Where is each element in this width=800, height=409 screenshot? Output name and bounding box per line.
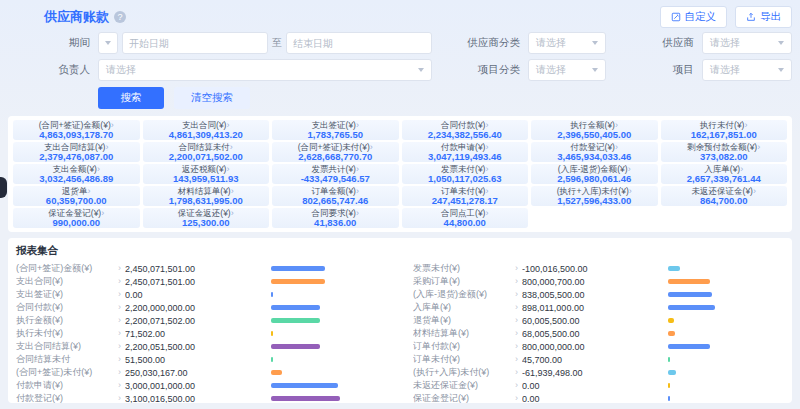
start-date-input[interactable] xyxy=(122,32,268,54)
summary-row-value: 2,200,071,502.00 xyxy=(125,316,243,326)
summary-bar xyxy=(271,370,375,375)
summary-row[interactable]: 订单未付(¥) 45,700.00 xyxy=(413,353,784,366)
customize-label: 自定义 xyxy=(685,10,717,24)
summary-row-label: 付款登记(¥) xyxy=(16,392,118,403)
metric-value: 864,700.00 xyxy=(661,196,788,206)
summary-row[interactable]: 合同结算未付 51,500.00 xyxy=(16,353,387,366)
clear-search-button[interactable]: 清空搜索 xyxy=(174,87,250,109)
summary-bar xyxy=(668,292,772,297)
chevron-right-icon xyxy=(231,208,234,218)
metric-card[interactable]: 合同点工(¥) 44,800.00 xyxy=(402,208,529,228)
metric-card[interactable]: 入库单(¥) 2,657,339,761.44 xyxy=(661,164,788,184)
summary-row-label: 入库单(¥) xyxy=(413,301,515,314)
metric-card[interactable]: (合同+签证)金额(¥) 4,863,093,178.70 xyxy=(13,120,140,140)
summary-row-value: 68,005,500.00 xyxy=(522,329,640,339)
search-button[interactable]: 搜索 xyxy=(98,87,164,109)
metric-card[interactable]: 保证金返还(¥) 125,300.00 xyxy=(143,208,270,228)
metric-card[interactable]: (执行+入库)未付(¥) 1,527,596,433.00 xyxy=(531,186,658,206)
summary-bar xyxy=(668,396,772,401)
summary-row-label: 未返还保证金(¥) xyxy=(413,379,515,392)
summary-row-label: (执行+入库)未付(¥) xyxy=(413,366,515,379)
metric-card[interactable]: (合同+签证)未付(¥) 2,628,668,770.70 xyxy=(272,142,399,162)
metric-card[interactable]: 剩余预付款金额(¥) 373,082.00 xyxy=(661,142,788,162)
summary-row[interactable]: 保证金登记(¥) 0.00 xyxy=(413,392,784,403)
project-select[interactable]: 请选择 xyxy=(702,59,792,81)
chevron-right-icon xyxy=(515,355,518,364)
metric-card[interactable]: 发票未付(¥) 1,050,117,025.63 xyxy=(402,164,529,184)
summary-row[interactable]: 材料结算单(¥) 68,005,500.00 xyxy=(413,327,784,340)
summary-bar xyxy=(271,383,375,388)
help-icon[interactable]: ? xyxy=(114,11,126,23)
summary-row[interactable]: 入库单(¥) 898,011,000.00 xyxy=(413,301,784,314)
summary-row[interactable]: 订单付款(¥) 800,000,000.00 xyxy=(413,340,784,353)
filter-supplier-category: 供应商分类 请选择 xyxy=(458,32,606,54)
metric-value: 2,200,071,502.00 xyxy=(143,152,270,162)
summary-row-value: 800,000,000.00 xyxy=(522,342,640,352)
metric-card[interactable]: 订单金额(¥) 802,665,747.46 xyxy=(272,186,399,206)
metric-card[interactable]: 执行金额(¥) 2,396,550,405.00 xyxy=(531,120,658,140)
metric-card[interactable]: 返还税额(¥) 143,959,511.93 xyxy=(143,164,270,184)
summary-row-value: 0.00 xyxy=(125,290,243,300)
chevron-right-icon xyxy=(118,303,121,312)
supplier-category-select[interactable]: 请选择 xyxy=(528,32,606,54)
project-category-select[interactable]: 请选择 xyxy=(528,59,606,81)
summary-row[interactable]: 付款登记(¥) 3,100,016,500.00 xyxy=(16,392,387,403)
metric-card[interactable]: 材料结算单(¥) 1,798,631,995.00 xyxy=(143,186,270,206)
summary-bar xyxy=(668,266,772,271)
summary-row[interactable]: 付款申请(¥) 3,000,001,000.00 xyxy=(16,379,387,392)
metric-card[interactable]: 未返还保证金(¥) 864,700.00 xyxy=(661,186,788,206)
summary-row[interactable]: 未返还保证金(¥) 0.00 xyxy=(413,379,784,392)
metric-card[interactable]: (入库-退货)金额(¥) 2,596,980,061.46 xyxy=(531,164,658,184)
period-type-select[interactable] xyxy=(98,32,118,54)
chevron-right-icon xyxy=(753,186,756,196)
end-date-input[interactable] xyxy=(286,32,432,54)
metric-card[interactable]: 支出金额(¥) 3,032,456,486.89 xyxy=(13,164,140,184)
summary-row[interactable]: 支出签证(¥) 0.00 xyxy=(16,288,387,301)
metric-value: 247,451,278.17 xyxy=(402,196,529,206)
metric-card[interactable]: 支出签证(¥) 1,783,765.50 xyxy=(272,120,399,140)
metric-card[interactable]: 订单未付(¥) 247,451,278.17 xyxy=(402,186,529,206)
chevron-right-icon xyxy=(118,290,121,299)
metric-card[interactable]: 执行未付(¥) 162,167,851.00 xyxy=(661,120,788,140)
summary-row[interactable]: (合同+签证)金额(¥) 2,450,071,501.00 xyxy=(16,262,387,275)
chevron-right-icon xyxy=(515,381,518,390)
summary-row-label: 执行金额(¥) xyxy=(16,314,118,327)
metric-card[interactable]: 发票共计(¥) -433,479,546.57 xyxy=(272,164,399,184)
customize-button[interactable]: 自定义 xyxy=(660,6,728,28)
owner-select[interactable]: 请选择 xyxy=(98,59,432,81)
summary-row[interactable]: 支出合同(¥) 2,450,071,501.00 xyxy=(16,275,387,288)
metric-card[interactable]: 付款登记(¥) 3,465,934,033.46 xyxy=(531,142,658,162)
metric-card[interactable]: 合同结算未付 2,200,071,502.00 xyxy=(143,142,270,162)
summary-row[interactable]: 合同付款(¥) 2,200,000,000.00 xyxy=(16,301,387,314)
supplier-accounts-page: 供应商账款 ? 自定义 导出 期间 至 xyxy=(0,0,800,409)
summary-row[interactable]: 执行未付(¥) 71,502.00 xyxy=(16,327,387,340)
summary-bar xyxy=(668,357,772,362)
metric-card[interactable]: 合同要求(¥) 41,836.00 xyxy=(272,208,399,228)
metric-card[interactable]: 付款申请(¥) 3,047,119,493.46 xyxy=(402,142,529,162)
summary-row[interactable]: 采购订单(¥) 800,000,700.00 xyxy=(413,275,784,288)
sidebar-collapse-handle[interactable] xyxy=(0,177,7,198)
supplier-select[interactable]: 请选择 xyxy=(702,32,792,54)
summary-row[interactable]: 执行金额(¥) 2,200,071,502.00 xyxy=(16,314,387,327)
chevron-right-icon xyxy=(118,368,121,377)
summary-bar xyxy=(271,318,375,323)
summary-row[interactable]: (合同+签证)未付(¥) 250,030,167.00 xyxy=(16,366,387,379)
metric-card[interactable]: 支出合同结算(¥) 2,379,476,087.00 xyxy=(13,142,140,162)
metric-value: 3,032,456,486.89 xyxy=(13,174,140,184)
metric-card[interactable]: 退货单 60,359,700.00 xyxy=(13,186,140,206)
metric-card[interactable]: 支出合同(¥) 4,861,309,413.20 xyxy=(143,120,270,140)
filter-panel: 期间 至 供应商分类 请选择 供应商 请选择 xyxy=(8,32,792,109)
summary-row[interactable]: 退货单(¥) 60,005,500.00 xyxy=(413,314,784,327)
summary-row[interactable]: (执行+入库)未付(¥) -61,939,498.00 xyxy=(413,366,784,379)
summary-row[interactable]: 支出合同结算(¥) 2,200,051,500.00 xyxy=(16,340,387,353)
summary-row[interactable]: 发票未付(¥) -100,016,500.00 xyxy=(413,262,784,275)
export-button[interactable]: 导出 xyxy=(735,6,792,28)
summary-row-label: (合同+签证)金额(¥) xyxy=(16,262,118,275)
chevron-down-icon xyxy=(418,68,424,72)
summary-panel: 报表集合 (合同+签证)金额(¥) 2,450,071,501.00 支出合同(… xyxy=(8,238,792,403)
summary-row-label: 支出签证(¥) xyxy=(16,288,118,301)
chevron-down-icon xyxy=(592,68,598,72)
summary-row[interactable]: (入库-退货)金额(¥) 838,005,500.00 xyxy=(413,288,784,301)
metric-card[interactable]: 保证金登记(¥) 990,000.00 xyxy=(13,208,140,228)
metric-card[interactable]: 合同付款(¥) 2,234,382,556.40 xyxy=(402,120,529,140)
